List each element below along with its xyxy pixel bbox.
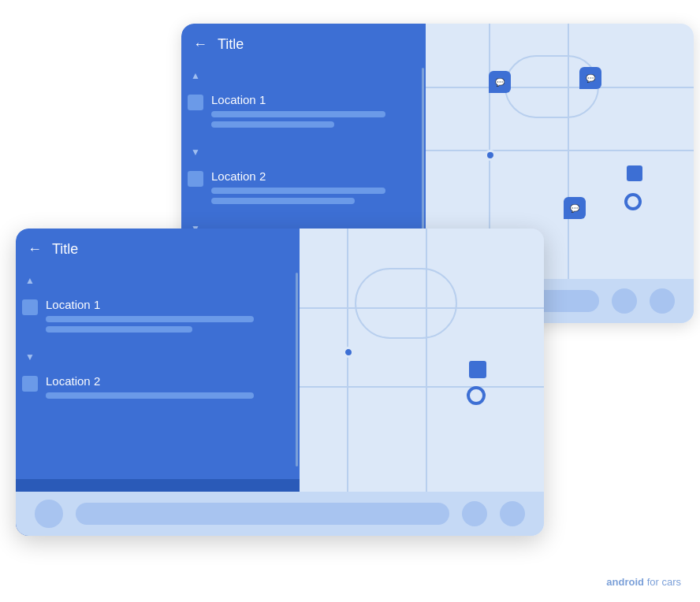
- map-square: [627, 165, 642, 181]
- front-card-list: ▲ Location 1 ▼ Location 2: [16, 266, 300, 473]
- watermark-brand: android: [606, 576, 644, 588]
- location-name: Location 1: [211, 93, 416, 106]
- location-icon: [22, 376, 38, 392]
- watermark-suffix: for cars: [644, 576, 681, 588]
- map-dot: [485, 150, 496, 161]
- list-item-content: Location 1: [46, 298, 290, 336]
- list-item-line-1: [211, 188, 385, 194]
- front-card-map: [300, 229, 544, 536]
- chevron-down-icon[interactable]: ▼: [188, 144, 203, 160]
- list-item-content: Location 2: [46, 374, 290, 403]
- location-icon: [188, 171, 203, 187]
- list-item-line-2: [46, 326, 192, 333]
- list-item[interactable]: Location 1: [181, 87, 426, 138]
- chevron-up-icon[interactable]: ▲: [22, 273, 38, 288]
- list-item-line-1: [211, 111, 385, 117]
- back-card-back-button[interactable]: ←: [191, 35, 210, 54]
- bottom-circle-1: [35, 500, 63, 528]
- back-card-header: ← Title: [181, 24, 426, 61]
- map-marker-chat-3: 💬: [564, 197, 586, 219]
- bottom-circle-2: [462, 501, 487, 526]
- list-item-content: Location 2: [211, 169, 416, 208]
- chevron-down-icon[interactable]: ▼: [22, 349, 38, 365]
- map-marker-chat: 💬: [489, 71, 511, 93]
- list-item-line-2: [211, 121, 334, 128]
- list-item-line-2: [211, 198, 355, 204]
- list-item[interactable]: Location 2: [16, 368, 300, 409]
- front-card-back-button[interactable]: ←: [25, 240, 44, 258]
- location-icon: [22, 299, 38, 315]
- bottom-circle-2: [612, 288, 637, 314]
- map-square: [469, 361, 486, 378]
- list-item[interactable]: Location 2: [181, 163, 426, 214]
- map-dot: [343, 347, 354, 358]
- map-ring: [467, 386, 486, 405]
- location-name: Location 2: [211, 169, 416, 183]
- map-ring: [624, 193, 642, 210]
- front-card-bottom-bar: [16, 492, 544, 536]
- bottom-pill: [76, 503, 449, 525]
- location-name: Location 2: [46, 374, 290, 388]
- front-card-title: Title: [52, 241, 78, 258]
- bottom-circle-3: [500, 501, 525, 526]
- list-item-line-1: [46, 392, 254, 399]
- chevron-up-icon[interactable]: ▲: [188, 68, 203, 84]
- list-item-line-1: [46, 316, 254, 322]
- location-icon: [188, 95, 203, 110]
- front-card-panel-left: ← Title ▲ Location 1 ▼: [16, 229, 300, 536]
- front-card: ← Title ▲ Location 1 ▼: [16, 229, 544, 536]
- list-item[interactable]: Location 1: [16, 292, 300, 343]
- location-name: Location 1: [46, 298, 290, 311]
- back-card-title: Title: [218, 36, 244, 53]
- map-marker-chat-2: 💬: [579, 67, 601, 89]
- front-card-header: ← Title: [16, 229, 300, 266]
- bottom-circle-3: [650, 288, 675, 314]
- list-item-content: Location 1: [211, 93, 416, 132]
- watermark: android for cars: [606, 576, 681, 588]
- scrollbar[interactable]: [296, 273, 298, 466]
